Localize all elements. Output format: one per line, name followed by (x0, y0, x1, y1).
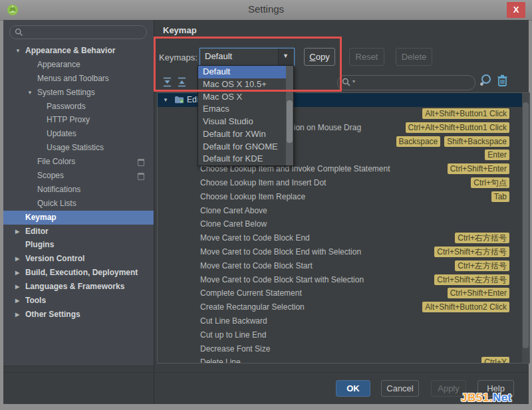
search-icon (342, 78, 351, 87)
copy-button[interactable]: Copy (304, 48, 335, 66)
search-options-caret-icon[interactable]: ▾ (352, 78, 355, 84)
sidebar-item-label: Tools (25, 294, 46, 308)
close-button[interactable]: X (507, 2, 525, 18)
chevron-down-icon[interactable]: ▼ (163, 93, 168, 107)
keymap-option-default[interactable]: Default (198, 66, 293, 78)
sidebar-item-plugins[interactable]: Plugins (3, 238, 154, 252)
chevron-right-icon[interactable]: ▶ (15, 266, 19, 280)
chevron-right-icon[interactable]: ▶ (15, 308, 19, 322)
action-row-delete-line[interactable]: Delete LineCtrl+Y (158, 356, 529, 363)
action-row-move-caret-to-code-block-start[interactable]: Move Caret to Code Block StartCtrl+左方括号 (158, 259, 529, 273)
watermark: JB51.Net (461, 391, 512, 405)
close-icon: X (513, 5, 519, 15)
shortcut-badge: Alt+Shift+Button1 Click (422, 108, 509, 119)
sidebar-item-quick-lists[interactable]: Quick Lists (3, 197, 154, 211)
keymap-option-default-for-xwin[interactable]: Default for XWin (198, 128, 293, 141)
delete-button[interactable]: Delete (396, 48, 432, 66)
sidebar-item-version-control[interactable]: ▶Version Control (3, 252, 154, 266)
sidebar-item-appearance[interactable]: Appearance (3, 58, 154, 72)
sidebar-item-other-settings[interactable]: ▶Other Settings (3, 308, 154, 322)
action-row-create-rectangular-selection[interactable]: Create Rectangular SelectionAlt+Shift+Bu… (158, 300, 529, 314)
sidebar-item-passwords[interactable]: Passwords (3, 100, 154, 114)
action-name: Choose Lookup Item Replace (200, 190, 305, 204)
sidebar-item-file-colors[interactable]: File Colors (3, 155, 154, 169)
actions-search-input[interactable]: ▾ (337, 75, 475, 90)
action-row-move-caret-to-code-block-start-with-selection[interactable]: Move Caret to Code Block Start with Sele… (158, 273, 529, 287)
keymap-option-default-for-kde[interactable]: Default for KDE (198, 153, 293, 165)
sidebar-item-label: Keymap (25, 211, 57, 225)
tree-scrollbar-thumb[interactable] (523, 102, 529, 348)
tree-scrollbar[interactable] (522, 93, 529, 363)
action-row-clone-caret-above[interactable]: Clone Caret Above (158, 204, 529, 218)
cancel-button[interactable]: Cancel (381, 380, 419, 397)
chevron-down-icon[interactable]: ▼ (15, 44, 21, 58)
action-row-complete-current-statement[interactable]: Complete Current StatementCtrl+Shift+Ent… (158, 286, 529, 300)
dropdown-scrollbar[interactable] (286, 66, 293, 165)
shortcut-badges: Ctrl+Shift+左方括号 (434, 274, 509, 285)
keymaps-combobox[interactable]: Default ▼ (200, 48, 295, 66)
sidebar-item-menus-and-toolbars[interactable]: Menus and Toolbars (3, 72, 154, 86)
dropdown-scrollbar-thumb[interactable] (287, 100, 293, 143)
reset-button[interactable]: Reset (349, 48, 384, 66)
sidebar-item-scopes[interactable]: Scopes (3, 169, 154, 183)
sidebar-item-label: Languages & Frameworks (25, 280, 124, 294)
action-row-cut-up-to-line-end[interactable]: Cut up to Line End (158, 328, 529, 342)
shortcut-badge: Ctrl+Shift+右方括号 (434, 247, 509, 257)
chevron-right-icon[interactable]: ▶ (15, 294, 19, 308)
shortcut-badges: Tab (491, 191, 509, 202)
shortcut-badges: Ctrl+Shift+Enter (448, 163, 509, 174)
sidebar-item-usage-statistics[interactable]: Usage Statistics (3, 141, 154, 155)
action-row-move-caret-to-code-block-end[interactable]: Move Caret to Code Block EndCtrl+右方括号 (158, 231, 529, 245)
sidebar-item-languages-frameworks[interactable]: ▶Languages & Frameworks (3, 280, 154, 294)
sidebar-item-label: Appearance (37, 58, 80, 72)
titlebar: Settings X (0, 0, 532, 21)
action-row-move-caret-to-code-block-end-with-selection[interactable]: Move Caret to Code Block End with Select… (158, 245, 529, 259)
action-row-clone-caret-below[interactable]: Clone Caret Below (158, 217, 529, 231)
keymap-option-visual-studio[interactable]: Visual Studio (198, 116, 293, 128)
keymap-option-mac-os-x[interactable]: Mac OS X (198, 91, 293, 104)
sidebar-item-tools[interactable]: ▶Tools (3, 294, 154, 308)
sidebar-item-system-settings[interactable]: ▼System Settings (3, 86, 154, 100)
shortcut-badge: Ctrl+左方括号 (455, 260, 509, 271)
shortcut-badges: Enter (485, 150, 509, 160)
sidebar-item-notifications[interactable]: Notifications (3, 183, 154, 197)
expand-all-icon[interactable] (162, 76, 173, 88)
shortcut-badges: BackspaceShift+Backspace (396, 136, 509, 147)
sidebar-search-input[interactable] (9, 25, 147, 39)
action-row-cut-line-backward[interactable]: Cut Line Backward (158, 314, 529, 328)
collapse-all-icon[interactable] (176, 76, 188, 88)
sidebar-item-http-proxy[interactable]: HTTP Proxy (3, 113, 154, 127)
action-row-decrease-font-size[interactable]: Decrease Font Size (158, 342, 529, 356)
sidebar-item-appearance-behavior[interactable]: ▼Appearance & Behavior (3, 44, 154, 58)
sidebar-item-label: Scopes (37, 169, 64, 183)
action-row-choose-lookup-item-and-insert-dot[interactable]: Choose Lookup Item and Insert DotCtrl+句点 (158, 176, 529, 190)
sidebar-item-label: Notifications (37, 183, 80, 197)
shortcut-badge: Shift+Backspace (444, 136, 509, 147)
footer-divider (3, 372, 529, 373)
action-name: Create Rectangular Selection (200, 300, 305, 314)
sidebar-item-editor[interactable]: ▶Editor (3, 225, 154, 239)
action-name: Delete Line (200, 356, 241, 363)
search-icon (15, 28, 23, 37)
action-row-choose-lookup-item-replace[interactable]: Choose Lookup Item ReplaceTab (158, 190, 529, 204)
sidebar-item-updates[interactable]: Updates (3, 127, 154, 141)
shortcut-badges: Ctrl+左方括号 (455, 260, 509, 271)
combobox-arrow-button[interactable]: ▼ (278, 49, 294, 65)
chevron-right-icon[interactable]: ▶ (15, 225, 19, 239)
watermark-part1: JB51. (461, 391, 493, 404)
keymap-option-mac-os-x-10-5[interactable]: Mac OS X 10.5+ (198, 78, 293, 91)
keymap-option-default-for-gnome[interactable]: Default for GNOME (198, 141, 293, 154)
editor-actions-folder-icon (174, 95, 184, 104)
keymap-option-emacs[interactable]: Emacs (198, 103, 293, 116)
settings-sidebar: ▼Appearance & BehaviorAppearanceMenus an… (3, 20, 154, 366)
chevron-right-icon[interactable]: ▶ (15, 280, 19, 294)
find-actions-by-shortcut-icon[interactable] (478, 73, 493, 88)
chevron-right-icon[interactable]: ▶ (15, 252, 19, 266)
chevron-down-icon[interactable]: ▼ (27, 86, 33, 100)
sidebar-item-build-execution-deployment[interactable]: ▶Build, Execution, Deployment (3, 266, 154, 280)
ok-button[interactable]: OK (336, 380, 370, 397)
trash-icon[interactable] (496, 74, 509, 87)
sidebar-item-label: Passwords (47, 100, 86, 114)
sidebar-item-keymap[interactable]: Keymap (3, 211, 154, 225)
shortcut-badges: Ctrl+Shift+Enter (448, 288, 509, 298)
